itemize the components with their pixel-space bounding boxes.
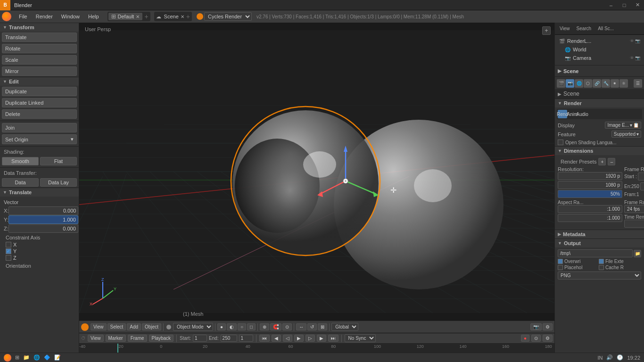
snap-button[interactable]: 🧲 <box>270 323 281 330</box>
duplicate-button[interactable]: Duplicate <box>2 87 77 96</box>
shading-wire[interactable]: ◐ <box>227 323 237 330</box>
join-button[interactable]: Join <box>2 123 77 132</box>
play-button[interactable]: ▶ <box>294 335 304 342</box>
height-input[interactable] <box>558 181 622 189</box>
z-input[interactable] <box>8 224 78 233</box>
timeline-playback-button[interactable]: Playback <box>149 335 174 342</box>
start-frame-input[interactable] <box>638 173 644 181</box>
renderer-select[interactable]: Cycles Render <box>204 12 252 21</box>
mirror-button[interactable]: Mirror <box>2 66 77 76</box>
prev-keyframe-button[interactable]: ◁ <box>283 335 292 342</box>
record-button[interactable]: ● <box>521 335 529 342</box>
all-scenes-tab[interactable]: All Sc... <box>595 25 617 32</box>
anim-settings[interactable]: ⚙ <box>543 335 553 342</box>
scene-tab[interactable]: Scene <box>163 14 180 19</box>
metadata-section-header[interactable]: ▶ Metadata <box>555 230 644 239</box>
data-lay-button[interactable]: Data Lay <box>40 178 77 187</box>
jump-end-button[interactable]: ⏭ <box>328 335 339 342</box>
scene-prop-icon[interactable]: 📷 <box>566 79 574 88</box>
flat-button[interactable]: Flat <box>40 157 77 165</box>
eye-icon[interactable]: 👁 <box>630 39 634 43</box>
timeline-frame-button[interactable]: Frame <box>128 335 147 342</box>
delete-button[interactable]: Delete <box>2 109 77 119</box>
aspect-y-input[interactable] <box>558 214 622 222</box>
physics-prop-icon[interactable]: ⚛ <box>619 79 628 88</box>
file-ext-checkbox[interactable] <box>599 259 604 264</box>
minimize-button[interactable]: – <box>604 0 618 10</box>
world-prop-icon[interactable]: 🌐 <box>575 79 583 88</box>
rotate-button[interactable]: Rotate <box>2 44 77 53</box>
y-constraint-checkbox[interactable]: ✓ <box>6 248 11 254</box>
time-rem-input[interactable] <box>624 220 644 228</box>
scale-button[interactable]: Scale <box>2 55 77 65</box>
constraint-prop-icon[interactable]: 🔗 <box>593 79 601 88</box>
overwrite-checkbox[interactable] <box>558 259 563 264</box>
jump-start-button[interactable]: ⏮ <box>259 335 270 342</box>
viewport-settings[interactable]: ⚙ <box>543 323 553 330</box>
maximize-button[interactable]: □ <box>618 0 631 10</box>
dimensions-section-header[interactable]: ▼ Dimensions <box>555 146 644 155</box>
x-input[interactable] <box>8 206 78 215</box>
scene-expand[interactable]: ▶ <box>558 91 561 97</box>
translate-button[interactable]: Translate <box>2 33 77 42</box>
aspect-x-input[interactable] <box>558 205 622 213</box>
view-tab[interactable]: View <box>557 25 573 32</box>
prop-button[interactable]: ⊙ <box>282 323 292 330</box>
pivot-button[interactable]: ⊕ <box>260 323 269 330</box>
render-section-header[interactable]: ▼ Render <box>555 99 644 107</box>
render-menu[interactable]: Render <box>32 13 57 20</box>
camera-item[interactable]: 📷 Camera 👁 📷 <box>557 54 642 62</box>
global-select[interactable]: Global <box>331 323 358 331</box>
next-keyframe-button[interactable]: ▷ <box>305 335 315 342</box>
timeline-start-input[interactable] <box>193 335 207 342</box>
format-select[interactable]: PNG <box>558 272 641 280</box>
search-tab[interactable]: Search <box>574 25 594 32</box>
keying-button[interactable]: ⊙ <box>531 335 541 342</box>
shading-material[interactable]: ○ <box>238 323 246 330</box>
presets-remove[interactable]: – <box>608 158 615 165</box>
scale-select[interactable]: ⊠ <box>318 323 327 330</box>
modifier-prop-icon[interactable]: 🔧 <box>602 79 610 88</box>
rotate-select[interactable]: ↺ <box>307 323 317 330</box>
set-origin-button[interactable]: Set Origin ▾ <box>2 134 77 144</box>
camera-render-icon[interactable]: 📷 <box>635 56 640 60</box>
next-frame-button[interactable]: ▶ <box>317 335 326 342</box>
render-vis-icon[interactable]: 📷 <box>635 39 640 43</box>
object-prop-icon[interactable]: ⬡ <box>584 79 592 88</box>
prev-frame-button[interactable]: ◀ <box>272 335 281 342</box>
add-button[interactable]: Add <box>127 323 141 330</box>
transform-section-header[interactable]: ▼ Transform <box>0 23 79 32</box>
close-button[interactable]: ✕ <box>631 0 644 10</box>
viewport-render-button[interactable]: 📷 <box>530 323 542 330</box>
duplicate-linked-button[interactable]: Duplicate Linked <box>2 98 77 107</box>
timeline-area[interactable]: -40 -20 0 20 40 60 80 100 120 140 160 18… <box>79 344 554 353</box>
workspace-default-tab[interactable]: Default <box>117 14 135 19</box>
window-menu[interactable]: Window <box>58 13 83 20</box>
display-value[interactable]: Image E... ▾ 📋 <box>605 122 641 129</box>
misc-prop-icon[interactable]: ☰ <box>634 79 642 88</box>
transform-select[interactable]: ↔ <box>296 323 306 330</box>
mode-select[interactable]: Object Mode <box>173 323 213 331</box>
timeline-marker-button[interactable]: Marker <box>106 335 126 342</box>
render-layers-item[interactable]: 🎬 RenderL... 👁 📷 <box>557 37 642 45</box>
placeholder-checkbox[interactable] <box>558 265 563 270</box>
shading-solid[interactable]: ● <box>217 323 226 330</box>
world-item[interactable]: 🌐 World <box>557 45 642 54</box>
x-constraint-checkbox[interactable] <box>6 242 11 247</box>
help-menu[interactable]: Help <box>84 13 103 20</box>
end-frame-input[interactable] <box>640 182 644 190</box>
anim-tab[interactable]: Anim <box>568 110 577 118</box>
open-shading-checkbox[interactable] <box>558 140 563 145</box>
audio-tab[interactable]: Audio <box>578 110 587 118</box>
rend-tab[interactable]: Rend <box>558 110 567 118</box>
workspace-icon-btn[interactable]: ⊞ Default ✕ <box>108 13 143 20</box>
render-prop-icon[interactable]: 🎬 <box>557 79 565 88</box>
shading-render[interactable]: □ <box>247 323 256 330</box>
camera-eye-icon[interactable]: 👁 <box>630 56 634 60</box>
file-menu[interactable]: File <box>15 13 31 20</box>
viewport-plus-button[interactable]: + <box>542 26 551 35</box>
browse-button[interactable]: 📁 <box>634 250 641 257</box>
y-input[interactable] <box>8 215 78 224</box>
sync-mode-select[interactable]: No Sync <box>345 334 376 342</box>
output-path-input[interactable] <box>558 249 633 257</box>
